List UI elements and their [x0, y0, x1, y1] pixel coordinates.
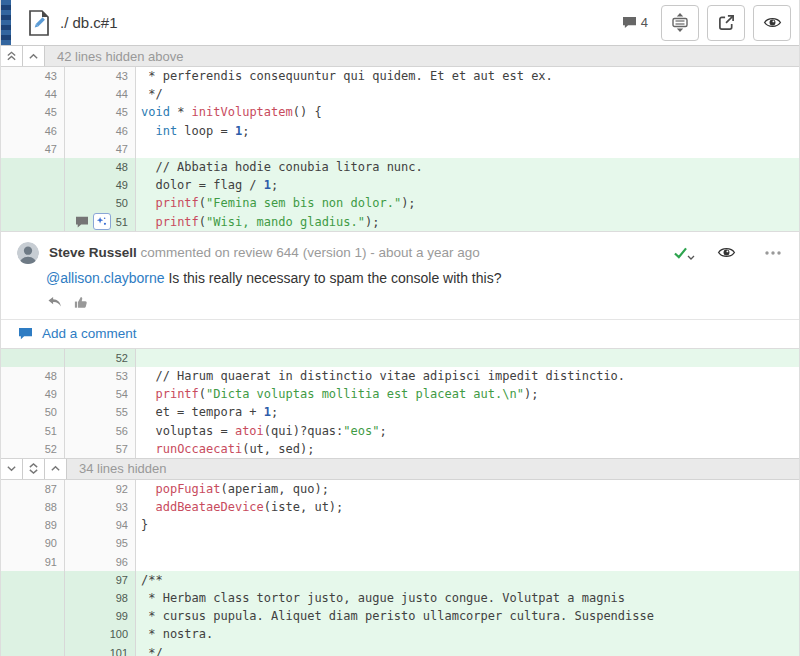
new-line-number-cell[interactable]: 100	[65, 625, 136, 643]
old-line-number-cell[interactable]	[1, 625, 65, 643]
code-line: voluptas = atoi(qui)?quas:"eos";	[136, 421, 799, 439]
review-meta: commented on review 644 (version 1) - ab…	[137, 245, 480, 260]
code-line: int loop = 1;	[136, 122, 799, 140]
old-line-number-cell[interactable]	[1, 571, 65, 589]
new-line-number: 56	[116, 425, 128, 437]
new-line-number-cell[interactable]: 54	[65, 385, 136, 403]
new-line-number-cell[interactable]: 94	[65, 516, 136, 534]
comment-bubble-icon[interactable]	[75, 216, 89, 228]
old-line-number-cell[interactable]: 51	[1, 421, 65, 439]
code-line: // Abbatia hodie conubia litora nunc.	[136, 158, 799, 176]
old-line-number-cell[interactable]	[1, 349, 65, 367]
old-line-number: 87	[45, 483, 57, 495]
new-line-number: 43	[116, 70, 128, 82]
old-line-number-cell[interactable]	[1, 644, 65, 656]
mention-link[interactable]: @allison.clayborne	[46, 270, 165, 286]
diff-block-1: 4343 * perferendis consequuntur qui quid…	[1, 67, 799, 231]
new-line-number: 47	[116, 143, 128, 155]
old-line-number-cell[interactable]: 89	[1, 516, 65, 534]
old-line-number-cell[interactable]: 49	[1, 385, 65, 403]
sparkle-button[interactable]	[93, 213, 111, 230]
double-chevron-up-button[interactable]	[1, 46, 23, 66]
old-line-number-cell[interactable]	[1, 158, 65, 176]
new-line-number-cell[interactable]: 99	[65, 607, 136, 625]
new-line-number-cell[interactable]: 49	[65, 176, 136, 194]
old-line-number-cell[interactable]: 91	[1, 553, 65, 571]
old-line-number-cell[interactable]: 48	[1, 367, 65, 385]
comment-count[interactable]: 4	[622, 15, 648, 30]
old-line-number-cell[interactable]: 46	[1, 122, 65, 140]
diff-row: 100 * nostra.	[1, 625, 799, 643]
document-expand-icon	[672, 13, 688, 32]
new-line-number-cell[interactable]: 53	[65, 367, 136, 385]
collapse-bar-above: 42 lines hidden above	[1, 46, 799, 67]
new-line-number-cell[interactable]: 95	[65, 534, 136, 552]
new-line-number-cell[interactable]: 55	[65, 403, 136, 421]
new-line-number-cell[interactable]: 97	[65, 571, 136, 589]
old-line-number-cell[interactable]	[1, 589, 65, 607]
new-line-number-cell[interactable]: 47	[65, 140, 136, 158]
resolved-check-button[interactable]	[673, 247, 688, 259]
new-line-number: 94	[116, 519, 128, 531]
expand-buttons	[1, 46, 45, 66]
new-line-number-cell[interactable]: 56	[65, 421, 136, 439]
chevron-down-button[interactable]	[1, 459, 23, 479]
old-line-number-cell[interactable]: 47	[1, 140, 65, 158]
diff-block-3: 8792 popFugiat(aperiam, quo);8893 addBea…	[1, 480, 799, 656]
new-line-number-cell[interactable]: 43	[65, 67, 136, 85]
watch-eye-button[interactable]	[717, 246, 736, 259]
new-line-number-cell[interactable]: 48	[65, 158, 136, 176]
file-ribbon	[1, 0, 11, 45]
old-line-number-cell[interactable]	[1, 194, 65, 212]
code-line	[136, 349, 799, 367]
old-line-number: 46	[45, 125, 57, 137]
old-line-number-cell[interactable]	[1, 607, 65, 625]
new-line-number-cell[interactable]: 96	[65, 553, 136, 571]
old-line-number-cell[interactable]: 52	[1, 440, 65, 458]
new-line-number-cell[interactable]: 51	[65, 213, 136, 231]
new-line-number-cell[interactable]: 57	[65, 440, 136, 458]
old-line-number: 50	[45, 406, 57, 418]
more-options-button[interactable]	[765, 251, 781, 255]
avatar	[17, 242, 39, 264]
thumbs-up-button[interactable]	[74, 295, 88, 309]
open-in-new-window-button[interactable]	[707, 5, 745, 41]
expand-split-button[interactable]	[23, 459, 45, 479]
old-line-number-cell[interactable]: 50	[1, 403, 65, 421]
new-line-number-cell[interactable]: 45	[65, 103, 136, 121]
old-line-number-cell[interactable]: 90	[1, 534, 65, 552]
new-line-number: 48	[116, 161, 128, 173]
reply-button[interactable]	[47, 296, 62, 308]
new-line-number-cell[interactable]: 92	[65, 480, 136, 498]
chevron-up-button[interactable]	[45, 459, 67, 479]
old-line-number: 44	[45, 88, 57, 100]
code-line	[136, 534, 799, 552]
old-line-number-cell[interactable]: 87	[1, 480, 65, 498]
code-line: * nostra.	[136, 625, 799, 643]
new-line-number: 49	[116, 179, 128, 191]
new-line-number-cell[interactable]: 50	[65, 194, 136, 212]
comment-bubble-icon	[622, 16, 637, 29]
old-line-number-cell[interactable]: 44	[1, 85, 65, 103]
old-line-number-cell[interactable]: 88	[1, 498, 65, 516]
old-line-number-cell[interactable]: 43	[1, 67, 65, 85]
new-line-number-cell[interactable]: 44	[65, 85, 136, 103]
old-line-number: 90	[45, 537, 57, 549]
old-line-number-cell[interactable]	[1, 176, 65, 194]
chevron-up-button[interactable]	[23, 46, 45, 66]
new-line-number-cell[interactable]: 101	[65, 644, 136, 656]
old-line-number-cell[interactable]	[1, 213, 65, 231]
add-comment-button[interactable]: Add a comment	[1, 320, 799, 348]
new-line-number: 55	[116, 406, 128, 418]
old-line-number: 43	[45, 70, 57, 82]
new-line-number-cell[interactable]: 93	[65, 498, 136, 516]
diff-row: 9095	[1, 534, 799, 552]
new-line-number-cell[interactable]: 52	[65, 349, 136, 367]
toggle-file-visibility-button[interactable]	[753, 5, 791, 41]
code-line: addBeataeDevice(iste, ut);	[136, 498, 799, 516]
new-line-number-cell[interactable]: 46	[65, 122, 136, 140]
old-line-number-cell[interactable]: 45	[1, 103, 65, 121]
new-line-number-cell[interactable]: 98	[65, 589, 136, 607]
file-edit-icon	[26, 9, 52, 37]
expand-collapse-file-button[interactable]	[661, 5, 699, 41]
